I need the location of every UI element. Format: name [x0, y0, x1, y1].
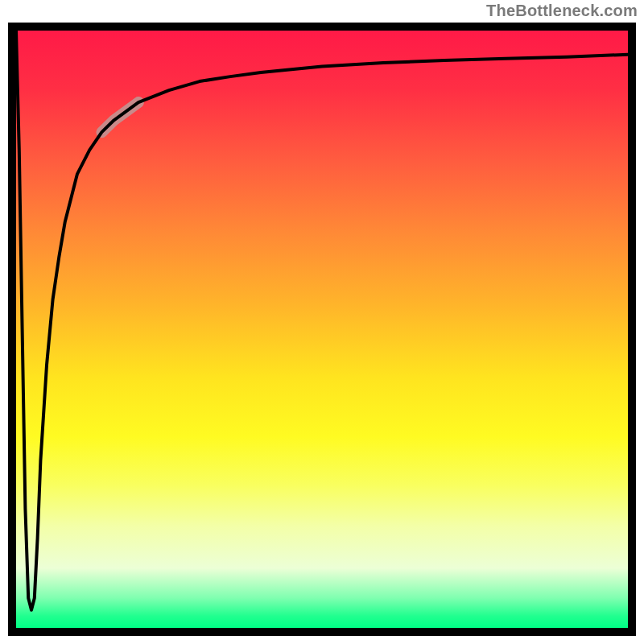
curve-svg — [16, 31, 628, 628]
bottleneck-curve — [16, 31, 628, 610]
chart-stage: TheBottleneck.com — [0, 0, 644, 644]
plot-area — [16, 31, 628, 628]
attribution-label: TheBottleneck.com — [486, 2, 638, 20]
